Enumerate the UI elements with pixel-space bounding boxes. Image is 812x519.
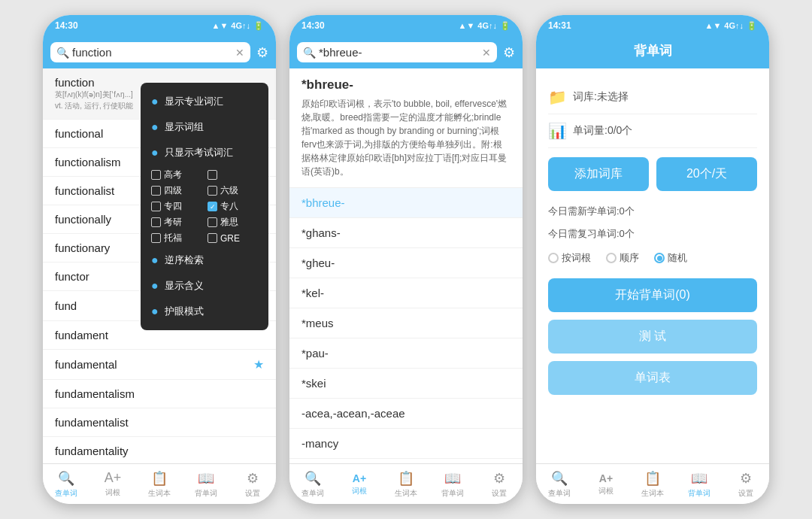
word-list-btn[interactable]: 单词表 xyxy=(548,361,757,395)
dropdown-item-reverse[interactable]: ● 逆序检索 xyxy=(141,247,268,273)
word-item-fundamentality[interactable]: fundamentality xyxy=(43,437,276,463)
status-bar-2: 14:30 ▲▼ 4G↑↓ 🔋 xyxy=(289,15,523,36)
cb-gaokao[interactable]: 高考 xyxy=(151,168,201,181)
fc-library-label: 词库:未选择 xyxy=(573,90,629,104)
cb-tem4[interactable]: 专四 xyxy=(151,200,201,213)
dropdown-item-phrase[interactable]: ● 显示词组 xyxy=(141,114,268,140)
nav-search-1[interactable]: 🔍 查单词 xyxy=(43,464,89,504)
fc-action-row: 添加词库 20个/天 xyxy=(548,157,757,191)
nav-search-3[interactable]: 🔍 查单词 xyxy=(536,464,583,504)
search-nav-icon-3: 🔍 xyxy=(551,470,568,487)
nav-settings-2[interactable]: ⚙ 设置 xyxy=(476,464,523,504)
nav-flash-2[interactable]: 📖 背单词 xyxy=(429,464,476,504)
dropdown-item-eyecare[interactable]: ● 护眼模式 xyxy=(141,299,268,324)
clear-btn-2[interactable]: ✕ xyxy=(482,47,491,59)
word-item-fundamental[interactable]: fundamental ★ xyxy=(43,350,276,380)
nav-flash-1[interactable]: 📖 背单词 xyxy=(183,464,229,504)
fc-count-label: 单词量:0/0个 xyxy=(573,124,632,138)
settings-nav-icon-3: ⚙ xyxy=(740,470,752,487)
root-nav-icon-3: A+ xyxy=(599,472,613,484)
nav-flash-3[interactable]: 📖 背单词 xyxy=(676,464,723,504)
fc-radio-group: 按词根 顺序 随机 xyxy=(548,245,757,271)
search-bar-2: 🔍 ✕ ⚙ xyxy=(289,36,523,68)
add-library-btn[interactable]: 添加词库 xyxy=(548,157,649,191)
cb-gre[interactable]: GRE xyxy=(208,232,258,244)
flashcard-body: 📁 词库:未选择 📊 单词量:0/0个 添加词库 20个/天 今日需新学单词:0… xyxy=(536,68,769,463)
root-item-acea[interactable]: -acea,-acean,-aceae xyxy=(289,399,523,429)
nav-settings-1[interactable]: ⚙ 设置 xyxy=(229,464,276,504)
bottom-nav-1: 🔍 查单词 A+ 词根 📋 生词本 📖 背单词 ⚙ 设置 xyxy=(43,463,276,504)
count-icon: 📊 xyxy=(548,122,567,140)
status-bar-3: 14:31 ▲▼ 4G↑↓ 🔋 xyxy=(536,15,769,36)
nav-root-1[interactable]: A+ 词根 xyxy=(89,464,136,504)
start-flashcard-btn[interactable]: 开始背单词(0) xyxy=(548,278,757,312)
nav-vocab-2[interactable]: 📋 生词本 xyxy=(383,464,429,504)
root-item-kel[interactable]: *kel- xyxy=(289,278,523,308)
radio-order[interactable]: 顺序 xyxy=(606,251,639,265)
root-item-ghans[interactable]: *ghans- xyxy=(289,218,523,248)
filter-btn-2[interactable]: ⚙ xyxy=(503,44,515,61)
flashcard-header: 背单词 xyxy=(536,36,769,68)
cb-ielts[interactable]: 雅思 xyxy=(208,216,258,229)
dropdown-item-meaning[interactable]: ● 显示含义 xyxy=(141,273,268,299)
cb-cet6[interactable]: 六级 xyxy=(208,184,258,197)
fc-new-words: 今日需新学单词:0个 xyxy=(548,200,757,223)
nav-search-2[interactable]: 🔍 查单词 xyxy=(289,464,336,504)
signal-1: ▲▼ 4G↑↓ 🔋 xyxy=(212,21,264,31)
filter-dropdown: ● 显示专业词汇 ● 显示词组 ● 只显示考试词汇 高考 xyxy=(141,83,268,330)
vocab-nav-icon: 📋 xyxy=(151,470,168,487)
cb-tем8[interactable]: 专八 xyxy=(208,200,258,213)
root-item-mancy[interactable]: -mancy xyxy=(289,429,523,459)
search-nav-icon: 🔍 xyxy=(58,470,74,487)
test-btn[interactable]: 测 试 xyxy=(548,320,757,354)
cb-kaoyan[interactable]: 考研 xyxy=(151,216,201,229)
cb-cet4[interactable]: 四级 xyxy=(151,184,201,197)
vocab-nav-icon-2: 📋 xyxy=(398,470,414,487)
word-item-fundamentalist[interactable]: fundamentalist xyxy=(43,408,276,437)
phone1: 14:30 ▲▼ 4G↑↓ 🔋 🔍 ✕ ⚙ function 英[fʌŋ(k)f… xyxy=(43,15,276,504)
fc-count-row: 📊 单词量:0/0个 xyxy=(548,114,757,148)
dropdown-item-vocab[interactable]: ● 显示专业词汇 xyxy=(141,89,268,114)
nav-root-3[interactable]: A+ 词根 xyxy=(583,464,629,504)
search-wrap-2[interactable]: 🔍 ✕ xyxy=(297,42,497,62)
root-list: *bhreue- 原始印欧语词根，表示'to bubble, boil, eff… xyxy=(289,68,523,463)
flash-nav-icon: 📖 xyxy=(198,470,214,487)
cb-empty[interactable] xyxy=(208,168,258,181)
root-item-skei[interactable]: *skei xyxy=(289,369,523,399)
root-nav-icon: A+ xyxy=(105,470,122,486)
word-item-fundamentalism[interactable]: fundamentalism xyxy=(43,380,276,408)
radio-by-root[interactable]: 按词根 xyxy=(548,251,591,265)
nav-vocab-1[interactable]: 📋 生词本 xyxy=(136,464,183,504)
root-desc: 原始印欧语词根，表示'to bubble, boil, effervesce'燃… xyxy=(301,97,511,178)
search-wrap-1[interactable]: 🔍 ✕ xyxy=(50,42,250,62)
radio-random[interactable]: 随机 xyxy=(654,251,687,265)
time-1: 14:30 xyxy=(55,20,78,31)
filter-btn-1[interactable]: ⚙ xyxy=(256,44,268,61)
clear-btn-1[interactable]: ✕ xyxy=(235,47,244,59)
phone3: 14:31 ▲▼ 4G↑↓ 🔋 背单词 📁 词库:未选择 📊 单词量:0/0个 … xyxy=(536,15,769,504)
bottom-nav-2: 🔍 查单词 A+ 词根 📋 生词本 📖 背单词 ⚙ 设置 xyxy=(289,463,523,504)
search-input-2[interactable] xyxy=(319,46,479,59)
root-nav-icon-2: A+ xyxy=(353,472,366,484)
search-bar-1: 🔍 ✕ ⚙ xyxy=(43,36,276,68)
vocab-nav-icon-3: 📋 xyxy=(644,470,661,487)
nav-settings-3[interactable]: ⚙ 设置 xyxy=(723,464,769,504)
library-icon: 📁 xyxy=(548,88,567,106)
root-item-pau[interactable]: *pau- xyxy=(289,338,523,369)
search-input-1[interactable] xyxy=(72,46,232,59)
time-2: 14:30 xyxy=(301,20,325,31)
time-3: 14:31 xyxy=(548,20,571,31)
root-item-meus[interactable]: *meus xyxy=(289,308,523,338)
search-icon-2: 🔍 xyxy=(303,47,316,59)
daily-btn[interactable]: 20个/天 xyxy=(656,157,757,191)
search-nav-icon-2: 🔍 xyxy=(304,470,321,487)
nav-root-2[interactable]: A+ 词根 xyxy=(336,464,383,504)
dropdown-item-exam[interactable]: ● 只显示考试词汇 xyxy=(141,140,268,165)
settings-nav-icon: ⚙ xyxy=(247,470,259,487)
root-item-gheu[interactable]: *gheu- xyxy=(289,248,523,278)
search-icon-1: 🔍 xyxy=(56,47,69,59)
cb-toefl[interactable]: 托福 xyxy=(151,232,201,244)
nav-vocab-3[interactable]: 📋 生词本 xyxy=(629,464,676,504)
root-item-bhreue[interactable]: *bhreue- xyxy=(289,188,523,218)
status-bar-1: 14:30 ▲▼ 4G↑↓ 🔋 xyxy=(43,15,276,36)
